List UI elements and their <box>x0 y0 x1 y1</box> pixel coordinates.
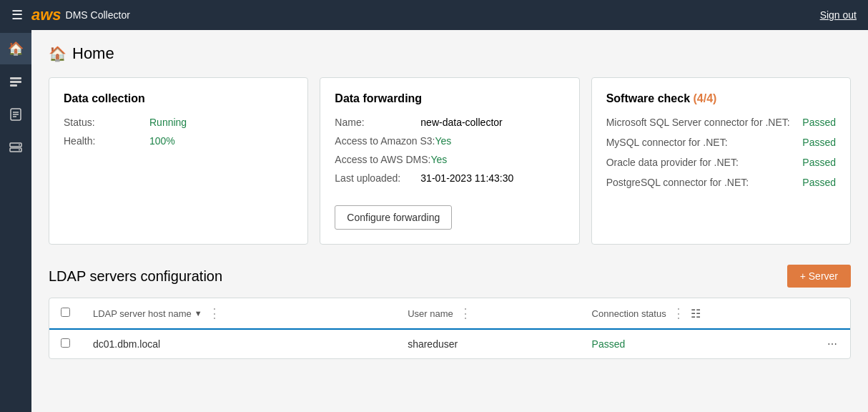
aws-logo-text: aws <box>31 6 61 24</box>
col-separator-3: ⋮ <box>669 305 688 321</box>
row-checkbox-cell <box>49 329 82 358</box>
sidebar-item-home[interactable]: 🏠 <box>0 33 31 64</box>
row-username: shareduser <box>396 329 580 358</box>
health-row: Health: 100% <box>64 135 293 147</box>
topnav: ☰ aws DMS Collector Sign out <box>0 0 868 30</box>
last-uploaded-row: Last uploaded: 31-01-2023 11:43:30 <box>335 172 564 184</box>
last-uploaded-value: 31-01-2023 11:43:30 <box>420 172 513 184</box>
aws-logo: aws DMS Collector <box>31 6 130 24</box>
sw-check-row: PostgreSQL connector for .NET:Passed <box>606 177 836 188</box>
dms-label: Access to AWS DMS: <box>335 154 430 165</box>
cards-row: Data collection Status: Running Health: … <box>49 77 851 245</box>
col-separator-2: ⋮ <box>456 305 475 321</box>
ldap-table-container: LDAP server host name ▼ ⋮ User name ⋮ <box>49 298 851 359</box>
software-check-rows: Microsoft SQL Server connector for .NET:… <box>606 117 836 188</box>
signout-link[interactable]: Sign out <box>820 9 857 21</box>
select-all-checkbox[interactable] <box>61 308 70 317</box>
configure-forwarding-button[interactable]: Configure forwarding <box>335 205 452 230</box>
data-collection-title: Data collection <box>64 92 293 105</box>
sw-check-row: MySQL connector for .NET:Passed <box>606 137 836 148</box>
main-content: 🏠 Home Data collection Status: Running H… <box>31 30 868 412</box>
ldap-table: LDAP server host name ▼ ⋮ User name ⋮ <box>49 298 850 358</box>
layout: 🏠 <box>0 30 868 412</box>
svg-point-9 <box>19 144 20 146</box>
health-value: 100% <box>149 135 175 147</box>
page-title-text: Home <box>72 44 114 63</box>
health-label: Health: <box>64 135 149 147</box>
name-label: Name: <box>335 117 420 128</box>
software-check-title: Software check (4/4) <box>606 92 836 105</box>
row-host: dc01.dbm.local <box>82 329 396 358</box>
svg-rect-2 <box>10 84 17 87</box>
page-title: 🏠 Home <box>49 44 851 63</box>
app-name: DMS Collector <box>66 9 130 21</box>
sw-check-row: Microsoft SQL Server connector for .NET:… <box>606 117 836 128</box>
status-row: Status: Running <box>64 117 293 128</box>
sidebar-item-servers[interactable] <box>0 132 31 163</box>
sw-check-row: Oracle data provider for .NET:Passed <box>606 157 836 168</box>
topnav-left: ☰ aws DMS Collector <box>11 6 130 24</box>
sw-check-label: MySQL connector for .NET: <box>606 137 728 148</box>
svg-rect-0 <box>10 77 21 79</box>
home-icon: 🏠 <box>49 45 66 62</box>
menu-icon[interactable]: ☰ <box>11 7 23 23</box>
sw-check-label: PostgreSQL connector for .NET: <box>606 177 749 188</box>
name-value: new-data-collector <box>420 117 502 128</box>
col-username: User name ⋮ <box>396 298 580 329</box>
col-connection-status: Connection status ⋮ ☷ <box>581 298 850 329</box>
sw-check-status: Passed <box>802 137 836 148</box>
sw-check-label: Microsoft SQL Server connector for .NET: <box>606 117 790 128</box>
ldap-table-body: dc01.dbm.local shareduser Passed ⋯ <box>49 329 850 358</box>
sidebar-item-reports[interactable] <box>0 66 31 97</box>
table-header-row: LDAP server host name ▼ ⋮ User name ⋮ <box>49 298 850 329</box>
svg-rect-1 <box>10 81 21 83</box>
sw-check-status: Passed <box>802 157 836 168</box>
table-row: dc01.dbm.local shareduser Passed ⋯ <box>49 329 850 358</box>
data-forwarding-title: Data forwarding <box>335 92 564 105</box>
ldap-title: LDAP servers configuration <box>49 268 222 285</box>
svg-point-10 <box>19 149 20 151</box>
ldap-section-header: LDAP servers configuration + Server <box>49 265 851 288</box>
status-value: Running <box>149 117 187 128</box>
sw-check-label: Oracle data provider for .NET: <box>606 157 739 168</box>
col-host-name: LDAP server host name ▼ ⋮ <box>82 298 396 329</box>
row-connection-status: Passed ⋯ <box>581 329 850 358</box>
dms-row: Access to AWS DMS: Yes <box>335 154 564 165</box>
col-list-icon[interactable]: ☷ <box>691 307 701 320</box>
row-checkbox[interactable] <box>61 338 70 348</box>
add-server-button[interactable]: + Server <box>787 265 851 288</box>
s3-value: Yes <box>435 135 451 147</box>
s3-row: Access to Amazon S3: Yes <box>335 135 564 147</box>
topnav-right: Sign out <box>820 9 857 21</box>
s3-label: Access to Amazon S3: <box>335 135 435 147</box>
col-separator-1: ⋮ <box>205 305 224 321</box>
software-check-count: (4/4) <box>694 92 717 104</box>
row-actions-icon[interactable]: ⋯ <box>827 338 839 350</box>
data-forwarding-card: Data forwarding Name: new-data-collector… <box>320 77 579 245</box>
last-uploaded-label: Last uploaded: <box>335 172 420 184</box>
sidebar: 🏠 <box>0 30 31 412</box>
status-label: Status: <box>64 117 149 128</box>
data-collection-card: Data collection Status: Running Health: … <box>49 77 308 245</box>
software-check-card: Software check (4/4) Microsoft SQL Serve… <box>591 77 851 245</box>
sw-check-status: Passed <box>802 177 836 188</box>
sort-arrow-icon: ▼ <box>194 309 202 318</box>
sw-check-status: Passed <box>802 117 836 128</box>
name-row: Name: new-data-collector <box>335 117 564 128</box>
select-all-cell <box>49 298 82 329</box>
connection-status-value: Passed <box>592 338 626 350</box>
dms-value: Yes <box>430 154 447 165</box>
sidebar-item-data[interactable] <box>0 99 31 130</box>
